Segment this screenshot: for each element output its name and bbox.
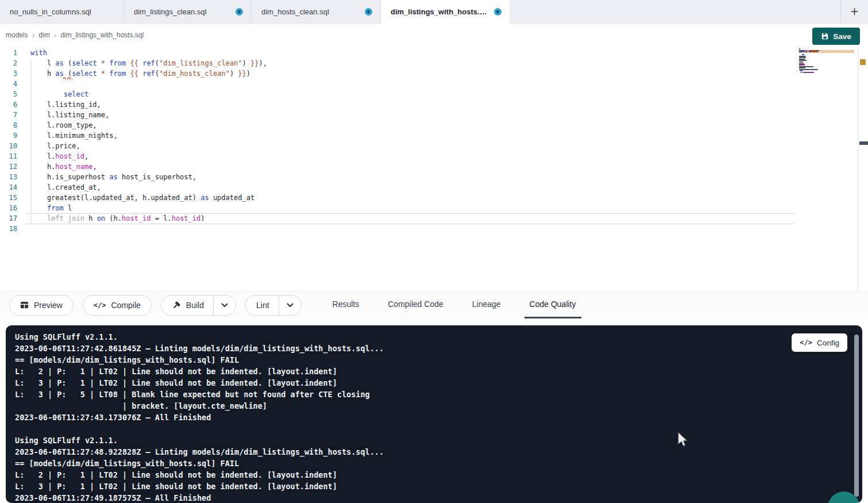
minimap-line (799, 51, 818, 52)
line-number-gutter: 123456789101112131415161718 (0, 48, 26, 234)
code-line[interactable] (30, 79, 793, 89)
line-number: 3 (0, 68, 26, 79)
line-number: 1 (0, 48, 26, 58)
line-number: 14 (0, 182, 26, 193)
code-line[interactable]: select (30, 89, 793, 99)
line-number: 9 (0, 130, 26, 141)
code-line[interactable]: left join h on (h.host_id = l.host_id) (30, 213, 793, 224)
preview-button[interactable]: Preview (9, 295, 74, 316)
code-line[interactable]: h.host_name, (30, 162, 793, 172)
code-content[interactable]: with l as (select * from {{ ref("dim_lis… (30, 48, 793, 234)
code-editor[interactable]: 123456789101112131415161718 with l as (s… (0, 48, 868, 291)
config-label: Config (817, 339, 839, 347)
code-line[interactable] (30, 224, 793, 234)
editor-tab-bar: no_nulls_in_columns.sqldim_listings_clea… (0, 0, 868, 24)
chevron-down-icon (221, 303, 228, 308)
code-brackets-icon: </> (94, 301, 106, 309)
overview-ruler-warning-marker (860, 59, 866, 65)
code-line[interactable]: with (30, 48, 793, 58)
line-number: 5 (0, 89, 26, 99)
tab-label: dim_hosts_clean.sql (261, 7, 359, 16)
breadcrumb-separator: › (54, 32, 57, 39)
code-line[interactable]: greatest(l.updated_at, h.updated_at) as … (30, 193, 793, 203)
code-line[interactable]: l.room_type, (30, 120, 793, 130)
line-number: 15 (0, 193, 26, 203)
tab-dim_hosts_clean.sql[interactable]: dim_hosts_clean.sql (251, 0, 380, 24)
line-number: 18 (0, 224, 26, 234)
modified-dot-icon (365, 8, 372, 16)
dbt-cloud-ide: no_nulls_in_columns.sqldim_listings_clea… (0, 0, 868, 503)
line-number: 16 (0, 203, 26, 213)
tab-dim_listings_clean.sql[interactable]: dim_listings_clean.sql (124, 0, 251, 24)
code-line[interactable]: from l (30, 203, 793, 213)
code-line[interactable]: h as (select * from {{ ref("dim_hosts_cl… (30, 68, 793, 79)
line-number: 13 (0, 172, 26, 182)
code-line[interactable]: l as (select * from {{ ref("dim_listings… (30, 58, 793, 68)
overview-ruler-cursor-marker (859, 141, 868, 145)
save-button[interactable]: Save (812, 28, 860, 45)
result-panel-tabs: ResultsCompiled CodeLineageCode Quality (327, 291, 581, 318)
code-line[interactable]: l.host_id, (30, 151, 793, 162)
minimap[interactable] (798, 48, 854, 83)
build-button[interactable]: Build (161, 295, 213, 315)
tab-label: no_nulls_in_columns.sql (10, 7, 115, 16)
panel-tab-compiled-code[interactable]: Compiled Code (383, 291, 449, 318)
code-brackets-icon: </> (800, 339, 812, 347)
breadcrumb-segment[interactable]: dim (38, 31, 49, 39)
code-line[interactable]: l.listing_id, (30, 99, 793, 110)
line-number: 12 (0, 162, 26, 172)
terminal-output-panel: Using SQLFluff v2.1.1. 2023-06-06T11:27:… (6, 325, 862, 503)
tab-label: dim_listings_with_hosts.sql (391, 7, 488, 16)
line-number: 4 (0, 79, 26, 89)
preview-table-icon (20, 301, 29, 309)
line-number: 2 (0, 58, 26, 68)
tab-label: dim_listings_clean.sql (134, 7, 230, 16)
line-number: 17 (0, 213, 26, 224)
build-dropdown-button[interactable] (213, 295, 236, 315)
build-split-button: Build (161, 295, 236, 316)
breadcrumb-segment[interactable]: models (6, 31, 28, 39)
save-icon (821, 32, 829, 40)
lint-log-text: Using SQLFluff v2.1.1. 2023-06-06T11:27:… (15, 331, 384, 503)
panel-tab-code-quality[interactable]: Code Quality (524, 291, 581, 318)
modified-dot-icon (494, 8, 501, 16)
lint-label: Lint (256, 301, 269, 310)
code-line[interactable]: l.minimum_nights, (30, 130, 793, 141)
line-number: 10 (0, 141, 26, 151)
panel-tab-lineage[interactable]: Lineage (467, 291, 506, 318)
modified-dot-icon (236, 8, 243, 16)
file-header-bar: models›dim›dim_listings_with_hosts.sql S… (0, 24, 868, 48)
compile-label: Compile (111, 301, 140, 310)
hammer-icon (172, 301, 181, 310)
breadcrumb: models›dim›dim_listings_with_hosts.sql (6, 31, 144, 39)
lint-split-button: Lint (245, 295, 302, 316)
build-label: Build (186, 301, 204, 310)
code-line[interactable]: l.price, (30, 141, 793, 151)
save-label: Save (833, 32, 851, 41)
minimap-line (799, 72, 814, 73)
code-line[interactable]: l.listing_name, (30, 110, 793, 120)
action-toolbar: Preview </> Compile Build (0, 291, 868, 318)
new-tab-button[interactable]: + (840, 0, 868, 24)
config-button[interactable]: </> Config (792, 333, 847, 352)
terminal-scrollbar[interactable] (854, 335, 859, 497)
line-number: 7 (0, 110, 26, 120)
panel-tab-results[interactable]: Results (327, 291, 365, 318)
line-number: 6 (0, 99, 26, 110)
line-number: 11 (0, 151, 26, 162)
code-line[interactable]: h.is_superhost as host_is_superhost, (30, 172, 793, 182)
code-line[interactable]: l.created_at, (30, 182, 793, 193)
chevron-down-icon (287, 303, 294, 308)
line-number: 8 (0, 120, 26, 130)
tab-no_nulls_in_columns.sql[interactable]: no_nulls_in_columns.sql (0, 0, 124, 24)
lint-button[interactable]: Lint (246, 295, 279, 315)
overview-ruler-divider (858, 48, 859, 291)
tab-dim_listings_with_hosts.sql[interactable]: dim_listings_with_hosts.sql (380, 0, 510, 24)
compile-button[interactable]: </> Compile (83, 295, 152, 316)
lint-dropdown-button[interactable] (279, 295, 301, 315)
breadcrumb-segment[interactable]: dim_listings_with_hosts.sql (60, 31, 144, 39)
breadcrumb-separator: › (32, 32, 35, 39)
preview-label: Preview (34, 301, 63, 310)
